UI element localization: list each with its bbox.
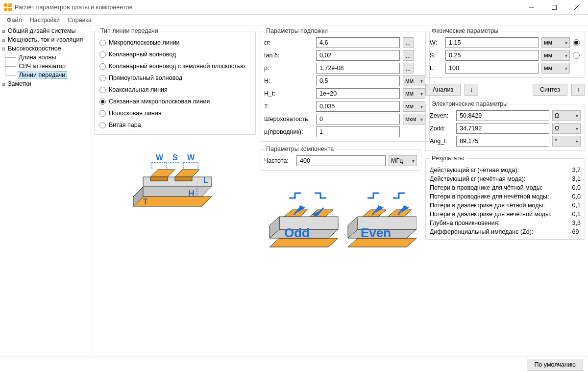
result-value: 0,0 (572, 184, 581, 191)
s-unit[interactable]: мм▾ (541, 50, 570, 61)
tree-item[interactable]: ⊞Мощность, ток и изоляция (0, 35, 91, 44)
svg-text:Even: Even (361, 225, 391, 240)
mu-input[interactable] (316, 126, 400, 137)
l-unit[interactable]: мм▾ (541, 63, 570, 74)
tree-item[interactable]: ⊟Высокоскоростное (0, 44, 91, 53)
result-label: Глубина проникновения: (430, 220, 569, 226)
lock-s[interactable] (573, 52, 580, 59)
svg-rect-3 (8, 8, 12, 11)
radio-cpw[interactable]: Копланарный волновод (99, 51, 250, 58)
svg-rect-5 (552, 5, 557, 9)
arrow-down-button[interactable]: ↓ (465, 84, 478, 96)
angl-input[interactable] (456, 136, 549, 147)
menu-settings[interactable]: Настройки (26, 16, 64, 25)
minimize-button[interactable] (520, 0, 543, 14)
w-unit[interactable]: мм▾ (541, 37, 570, 48)
group-title: Параметры подложки (264, 27, 330, 34)
group-title: Параметры компонента (264, 146, 336, 152)
tand-input[interactable] (316, 50, 400, 61)
radio-coax[interactable]: Коаксиальная линия (99, 86, 250, 93)
menu-help[interactable]: Справка (64, 16, 96, 25)
s-input[interactable] (445, 50, 539, 61)
svg-text:Odd: Odd (284, 225, 310, 240)
svg-rect-0 (4, 3, 7, 7)
radio-rectwg[interactable]: Прямоугольный волновод (99, 74, 250, 81)
rough-unit[interactable]: мкм▾ (403, 114, 425, 124)
zeven-input[interactable] (456, 110, 549, 121)
label: Шероховатость: (264, 116, 313, 123)
svg-text:W: W (156, 153, 164, 162)
group-results: Результаты Действующий εr (чётная мода):… (425, 155, 585, 240)
label: L: (430, 65, 442, 72)
label: Частота: (264, 157, 294, 164)
zodd-input[interactable] (456, 123, 549, 134)
rho-input[interactable] (316, 63, 400, 74)
tree-item[interactable]: ⊞Заметки (0, 79, 91, 88)
menu-file[interactable]: Файл (3, 16, 26, 25)
ht-unit[interactable]: мм▾ (403, 88, 425, 99)
label: Ang_l: (430, 138, 453, 145)
h-input[interactable] (316, 75, 400, 86)
svg-marker-16 (175, 177, 192, 181)
svg-text:L: L (203, 176, 208, 184)
result-label: Потери в диэлектрике для нечётной моды: (430, 211, 569, 218)
synth-button[interactable]: Синтез (533, 84, 567, 96)
svg-text:W: W (187, 153, 195, 162)
result-label: Дифференциальный импеданс (Zd): (430, 228, 569, 235)
nav-tree[interactable]: ⊞Общий дизайн системы ⊞Мощность, ток и и… (0, 25, 91, 356)
svg-marker-15 (175, 170, 199, 177)
label: Zeven: (430, 112, 453, 119)
arrow-up-button[interactable]: ↑ (571, 84, 585, 96)
tree-item[interactable]: Длина волны (0, 53, 91, 62)
radio-microstrip[interactable]: Микрополосковые линии (99, 39, 250, 46)
angl-unit[interactable]: °▾ (552, 136, 581, 147)
l-input[interactable] (445, 63, 539, 74)
tree-item[interactable]: ⊞Общий дизайн системы (0, 26, 91, 35)
result-value: 3,1 (572, 175, 581, 182)
mode-diagram: Odd (260, 174, 421, 262)
label: S: (430, 52, 442, 59)
close-button[interactable] (565, 0, 588, 14)
label: Zodd: (430, 125, 453, 132)
group-title: Тип линии передачи (98, 27, 160, 34)
result-label: Потери в диэлектрике для чётной моды: (430, 202, 569, 209)
radio-stripline[interactable]: Полосковая линия (99, 110, 250, 117)
label: W: (430, 39, 442, 46)
defaults-button[interactable]: По умолчанию (527, 359, 583, 371)
radio-coupled-ms[interactable]: Связанная микрополосковая линия (99, 98, 250, 105)
result-value: 0,0 (572, 193, 581, 200)
result-label: Потери в проводнике для чётной моды: (430, 184, 569, 191)
freq-unit[interactable]: МГц▾ (389, 155, 417, 166)
w-input[interactable] (445, 37, 539, 48)
analyze-button[interactable]: Анализ (425, 84, 461, 96)
zodd-unit[interactable]: Ω▾ (552, 123, 581, 134)
tree-item[interactable]: СВЧ аттенюатор (0, 62, 91, 71)
label: µ(проводник): (264, 128, 313, 135)
svg-marker-14 (150, 177, 168, 181)
pick-tand[interactable]: ... (403, 50, 414, 61)
t-input[interactable] (316, 101, 400, 112)
rough-input[interactable] (316, 114, 400, 124)
result-label: Действующий εr (нечётная мода): (430, 175, 569, 182)
radio-twisted[interactable]: Витая пара (99, 122, 250, 128)
zeven-unit[interactable]: Ω▾ (552, 110, 581, 121)
window-title: Расчёт параметров платы и компонентов (15, 4, 520, 11)
freq-input[interactable] (296, 155, 386, 166)
label: H: (264, 77, 313, 84)
maximize-button[interactable] (543, 0, 565, 14)
pick-rho[interactable]: ... (403, 63, 414, 74)
result-value: 0,1 (572, 202, 581, 209)
svg-rect-1 (8, 3, 12, 7)
result-value: 3,7 (572, 167, 581, 174)
pick-er[interactable]: ... (403, 37, 414, 48)
er-input[interactable] (316, 37, 400, 48)
radio-cpw-gnd[interactable]: Копланарный волновод с земляной плоскост… (99, 63, 250, 70)
bottom-bar: По умолчанию (0, 356, 588, 372)
ht-input[interactable] (316, 88, 400, 99)
svg-marker-9 (133, 187, 212, 197)
t-unit[interactable]: мм▾ (403, 101, 425, 112)
tree-item[interactable]: Линии передачи (0, 71, 91, 79)
lock-w[interactable] (573, 39, 580, 46)
action-row: Анализ ↓ Синтез ↑ (425, 82, 585, 97)
h-unit[interactable]: мм▾ (403, 75, 425, 86)
